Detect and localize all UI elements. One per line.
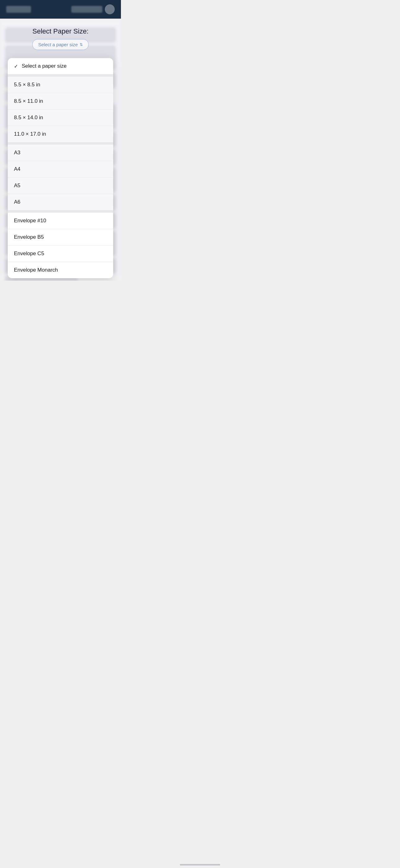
dropdown-item-5x8[interactable]: 5.5 × 8.5 in [8,77,113,93]
dropdown-section-envelope: Envelope #10 Envelope B5 Envelope C5 Env… [8,210,113,278]
dropdown-section-iso: A3 A4 A5 A6 [8,142,113,210]
dropdown-item-a3[interactable]: A3 [8,145,113,161]
paper-size-select-button[interactable]: Select a paper size ⇅ [32,39,89,50]
nav-right [71,4,115,14]
dropdown-item-8x14-label: 8.5 × 14.0 in [14,115,43,121]
nav-user-label [71,6,102,13]
dropdown-item-default[interactable]: Select a paper size [8,58,113,74]
dropdown-item-a4-label: A4 [14,166,21,172]
dropdown-section-us: 5.5 × 8.5 in 8.5 × 11.0 in 8.5 × 14.0 in… [8,74,113,142]
dropdown-item-a5-label: A5 [14,183,21,189]
dropdown-item-env10-label: Envelope #10 [14,218,46,224]
dropdown-item-11x17-label: 11.0 × 17.0 in [14,131,46,137]
dropdown-item-8x11[interactable]: 8.5 × 11.0 in [8,93,113,110]
dropdown-item-8x11-label: 8.5 × 11.0 in [14,98,43,104]
dropdown-item-a6-label: A6 [14,199,21,205]
dropdown-item-default-label: Select a paper size [22,63,67,69]
select-arrows-icon: ⇅ [80,42,83,47]
dropdown-item-envc5[interactable]: Envelope C5 [8,246,113,262]
dropdown-menu: Select a paper size 5.5 × 8.5 in 8.5 × 1… [8,58,113,278]
dropdown-item-a4[interactable]: A4 [8,161,113,178]
dropdown-item-env10[interactable]: Envelope #10 [8,213,113,229]
overlay-layer: Select Paper Size: Select a paper size ⇅… [0,19,121,281]
dropdown-item-envb5-label: Envelope B5 [14,234,44,240]
select-button-label: Select a paper size [38,42,78,47]
dropdown-item-a3-label: A3 [14,150,21,156]
dropdown-item-a5[interactable]: A5 [8,178,113,194]
dropdown-item-11x17[interactable]: 11.0 × 17.0 in [8,126,113,142]
paper-size-title: Select Paper Size: [32,27,89,35]
dropdown-item-envmonarch[interactable]: Envelope Monarch [8,262,113,278]
dropdown-item-8x14[interactable]: 8.5 × 14.0 in [8,110,113,126]
nav-bar [0,0,121,19]
nav-avatar[interactable] [105,4,115,14]
nav-logo [6,6,31,13]
dropdown-item-5x8-label: 5.5 × 8.5 in [14,82,40,88]
dropdown-section-default: Select a paper size [8,58,113,74]
main-content: Select Paper Size: Select a paper size ⇅… [0,19,121,281]
dropdown-item-envc5-label: Envelope C5 [14,251,44,257]
dropdown-item-envmonarch-label: Envelope Monarch [14,267,58,273]
dropdown-item-envb5[interactable]: Envelope B5 [8,229,113,246]
paper-size-header: Select Paper Size: Select a paper size ⇅ [32,27,89,50]
dropdown-item-a6[interactable]: A6 [8,194,113,210]
